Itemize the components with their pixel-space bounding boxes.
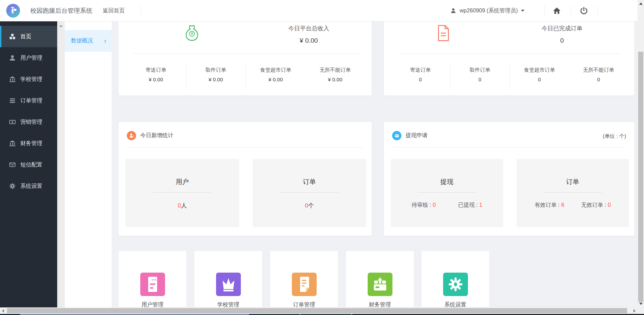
stat-value: ¥ 0.00 (305, 77, 365, 82)
envelope-icon (392, 131, 401, 140)
stat-box-orders: 订单 0个 (253, 159, 366, 227)
scroll-left-arrow-icon[interactable] (2, 309, 4, 313)
stat-label: 食堂超市订单 (246, 67, 306, 73)
stat-value: 0 (510, 77, 569, 82)
stat-label: 有效订单 : (534, 202, 561, 208)
stat-label: 已提现 : (458, 202, 479, 208)
shortcut-orders[interactable]: 订单管理 (270, 251, 338, 307)
shortcut-settings[interactable]: 系统设置 (421, 251, 490, 307)
banknote-icon (9, 119, 16, 125)
shortcut-finance[interactable]: 财务管理 (346, 251, 414, 307)
mail-icon (9, 161, 16, 168)
person-check-icon (127, 131, 136, 140)
vertical-scrollbar[interactable] (637, 0, 644, 307)
home-icon (553, 7, 561, 15)
stat-value: 0 (391, 77, 450, 82)
box-title: 订单 (253, 177, 366, 186)
stat-label: 无效订单 : (581, 202, 607, 208)
sidebar-item-label: 订单管理 (20, 97, 42, 104)
top-header: 校园跑腿后台管理系统 返回首页 wp260909 (系统管理员) (0, 0, 644, 21)
shortcut-schools[interactable]: 学校管理 (194, 251, 263, 307)
stat-label: 待审核 : (411, 202, 432, 208)
sidebar-item-label: 系统设置 (20, 183, 42, 190)
svg-text:¥: ¥ (191, 31, 193, 36)
stat-label: 取件订单 (450, 67, 510, 73)
stat-pair: 待审核 : 0 (411, 202, 436, 209)
sidebar-item-sms[interactable]: 短信配置 (0, 154, 57, 175)
sidebar-item-label: 财务管理 (20, 140, 42, 147)
stat-value: ¥ 0.00 (186, 77, 246, 82)
submenu-item-data-overview[interactable]: 数据概况 › (65, 30, 112, 52)
stat-column: 无所不能订单 0 (569, 62, 628, 90)
stat-column: 寄送订单 ¥ 0.00 (126, 62, 186, 90)
stat-label: 食堂超市订单 (510, 67, 569, 73)
shortcut-users[interactable]: 用户管理 (118, 251, 187, 307)
stat-box-withdraw: 提现 待审核 : 0 已提现 : 1 (391, 159, 503, 227)
user-icon (9, 54, 16, 61)
card-value: ¥ 0.00 (300, 37, 318, 44)
value-number: 0 (178, 202, 181, 209)
scroll-down-arrow-icon[interactable] (639, 303, 643, 305)
box-value: 0人 (125, 202, 239, 210)
header-divider (597, 6, 598, 16)
divider (127, 147, 364, 148)
user-menu[interactable]: wp260909 (系统管理员) (450, 0, 524, 21)
sidebar-item-schools[interactable]: 学校管理 (0, 69, 57, 90)
home-button[interactable] (549, 0, 564, 21)
app-logo (6, 4, 20, 18)
box-title: 提现 (391, 177, 503, 186)
sidebar-item-finance[interactable]: 财务管理 (0, 133, 57, 154)
sidebar-item-home[interactable]: 首页 (0, 26, 57, 47)
stat-column: 食堂超市订单 0 (510, 62, 569, 90)
scroll-right-arrow-icon[interactable] (633, 309, 636, 313)
submenu-item-label: 数据概况 (71, 37, 93, 44)
username-label: wp260909 (系统管理员) (460, 7, 518, 14)
stat-value: 0 (569, 77, 628, 82)
cubes-icon (9, 33, 16, 40)
value-unit: 人 (181, 202, 187, 209)
stat-column: 食堂超市订单 ¥ 0.00 (246, 62, 306, 90)
sidebar-item-users[interactable]: 用户管理 (0, 47, 57, 69)
logout-button[interactable] (576, 0, 591, 21)
sidebar-item-label: 学校管理 (20, 76, 42, 83)
vertical-scrollbar-thumb[interactable] (638, 52, 643, 302)
sidebar-scrollbar[interactable] (57, 21, 65, 307)
stat-label: 寄送订单 (391, 67, 450, 73)
stat-value: ¥ 0.00 (246, 77, 306, 82)
horizontal-scrollbar-thumb[interactable] (7, 308, 627, 313)
sidebar-item-label: 短信配置 (20, 161, 42, 169)
header-divider (544, 6, 545, 16)
crown-icon (216, 273, 241, 296)
sidebar-item-marketing[interactable]: 营销管理 (0, 111, 57, 133)
completed-orders-card: 今日已完成订单 0 寄送订单 0 取件订单 0 食堂超市订单 0 无所不能订单 … (384, 21, 635, 96)
order-type-columns: 寄送订单 0 取件订单 0 食堂超市订单 0 无所不能订单 0 (391, 62, 628, 90)
header-divider (571, 6, 571, 16)
back-home-link[interactable]: 返回首页 (103, 0, 125, 21)
unit-note: (单位 : 个) (603, 133, 626, 140)
document-icon (292, 273, 317, 296)
box-title: 用户 (125, 177, 239, 186)
scroll-up-arrow-icon[interactable] (639, 2, 643, 5)
dashboard-page: 校园跑腿后台管理系统 返回首页 wp260909 (系统管理员) (0, 0, 644, 315)
stat-label: 取件订单 (186, 67, 246, 73)
secondary-menu: 数据概况 › (65, 21, 112, 307)
divider (392, 147, 626, 148)
divider (153, 192, 212, 193)
app-title: 校园跑腿后台管理系统 (30, 0, 92, 21)
wallet-icon (368, 273, 392, 296)
card-title: 今日平台总收入 (288, 24, 329, 32)
chevron-down-icon (521, 10, 524, 12)
stat-value: 6 (561, 202, 564, 208)
bank-icon (9, 140, 16, 147)
scroll-up-arrow-icon[interactable] (59, 25, 63, 27)
sidebar-item-orders[interactable]: 订单管理 (0, 90, 57, 111)
card-title: 今日新增统计 (140, 132, 173, 139)
sidebar-item-settings[interactable]: 系统设置 (0, 175, 57, 197)
order-type-columns: 寄送订单 ¥ 0.00 取件订单 ¥ 0.00 食堂超市订单 ¥ 0.00 无所… (126, 62, 365, 90)
today-new-stats-card: 今日新增统计 用户 0人 订单 0个 (118, 122, 372, 236)
horizontal-scrollbar[interactable] (0, 307, 637, 314)
withdraw-requests-card: 提现申请 (单位 : 个) 提现 待审核 : 0 已提现 : 1 订单 有效订单… (384, 122, 635, 236)
divider (280, 192, 339, 193)
stat-column: 取件订单 ¥ 0.00 (186, 62, 246, 90)
header-divider (141, 6, 141, 16)
